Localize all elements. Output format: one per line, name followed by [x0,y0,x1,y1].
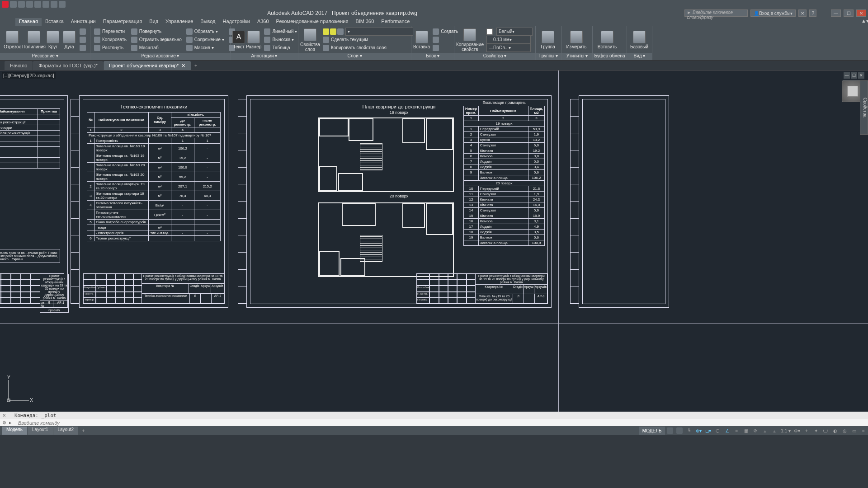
tab-addins[interactable]: Надстройки [219,18,254,26]
paste-button[interactable]: Вставить [594,30,620,49]
clean-icon[interactable]: ▭ [849,427,859,435]
group-button[interactable]: Группа [538,30,558,49]
app-icon[interactable] [2,1,9,8]
tab-insert[interactable]: Вставка [42,18,67,26]
osnap-icon[interactable]: ◻▾ [703,427,712,435]
layout-1[interactable]: Layout1 [28,427,53,435]
save-icon[interactable] [26,1,33,8]
tab-a360[interactable]: A360 [254,18,273,26]
make-current-button[interactable]: Сделать текущим [321,36,415,43]
view-label[interactable]: [–][Сверху][2D-каркас] [2,72,56,79]
tab-view[interactable]: Вид [146,18,162,26]
signin-button[interactable]: 👤 Вход в службы ▾ [750,9,796,17]
tab-output[interactable]: Вывод [197,18,219,26]
tab-annotate[interactable]: Аннотации [67,18,99,26]
tab-project[interactable]: Проект объединения квартир* ✕ [104,61,191,70]
lw-combo[interactable]: — 0.13 мм ▾ [485,36,534,43]
polyline-button[interactable]: Полилиния [24,30,44,49]
tab-home[interactable]: Главная [15,18,42,26]
isolate-icon[interactable]: ◎ [840,427,849,435]
move-button[interactable]: Перенести [92,28,128,35]
draw-mini1[interactable] [78,28,88,35]
layout-model[interactable]: Модель [2,427,27,435]
undo-icon[interactable] [51,1,57,8]
maximize-icon[interactable]: ☐ [844,9,854,17]
plus-icon[interactable]: + [802,427,811,435]
close-icon[interactable]: ✕ [856,9,866,17]
open-icon[interactable] [18,1,25,8]
viewport-min-icon[interactable]: — [844,72,850,79]
plot-icon[interactable] [42,1,49,8]
tab-start[interactable]: Начало [5,61,33,70]
3dosnap-icon[interactable]: ⬡ [713,427,722,435]
otrack-icon[interactable]: ∠ [722,427,731,435]
annoscale-icon[interactable]: ⟁ [760,427,769,435]
scale-button[interactable]: Масштаб [129,44,184,52]
new-icon[interactable] [10,1,17,8]
cmdline-close-icon[interactable]: ✕ [1,413,7,419]
ws-icon[interactable]: ✦ [811,427,821,435]
annot-panel-title[interactable]: Аннотации ▾ [231,53,298,60]
view-panel-title[interactable]: Вид ▾ [627,53,652,60]
text-button[interactable]: AТекст [232,30,245,49]
drawing-area[interactable]: [–][Сверху][2D-каркас] — ☐ ✕ Свойства На… [0,70,868,412]
linear-button[interactable]: Линейный ▾ [262,28,299,35]
search-input[interactable]: ► Введите ключевое слово/фразу [684,9,748,17]
saveas-icon[interactable] [34,1,41,8]
utils-panel-title[interactable]: Утилиты ▾ [562,53,592,60]
groups-panel-title[interactable]: Группы ▾ [536,53,561,60]
tab-gost[interactable]: Форматки по ГОСТ (укр.)* [33,61,103,70]
circle-button[interactable]: Круг [45,30,61,49]
layers-panel-title[interactable]: Слои ▾ [298,53,411,60]
tab-featured[interactable]: Рекомендованные приложения [273,18,352,26]
draw-mini3[interactable] [78,44,88,52]
tab-parametric[interactable]: Параметризация [99,18,146,26]
viewport-close-icon[interactable]: ✕ [858,72,864,79]
tab-manage[interactable]: Управление [162,18,197,26]
annovis-icon[interactable]: ⟁ [770,427,779,435]
props-panel-title[interactable]: Свойства ▾ [454,53,535,60]
viewport-max-icon[interactable]: ☐ [851,72,857,79]
tab-bim360[interactable]: BIM 360 [352,18,377,26]
array-button[interactable]: Массив ▾ [184,44,226,52]
transparency-icon[interactable]: ▦ [741,427,750,435]
matchprop-button[interactable]: Копирование свойств [456,28,484,52]
arc-button[interactable]: Дуга [61,30,77,49]
minimize-icon[interactable]: — [831,9,841,17]
fillet-button[interactable]: Сопряжение ▾ [184,36,226,43]
tab-performance[interactable]: Performance [377,18,413,26]
measure-button[interactable]: Измерить [564,30,589,49]
layout-2[interactable]: Layout2 [53,427,79,435]
ribbon-collapse-icon[interactable]: ▲▾ [861,18,868,25]
draw-mini2[interactable] [78,36,88,43]
model-space-button[interactable]: МОДЕЛЬ [639,427,665,435]
block-panel-title[interactable]: Блок ▾ [411,53,454,60]
gear-icon[interactable]: ⚙▾ [793,427,802,435]
cmdline-options-icon[interactable]: ⚙ [1,420,7,426]
modify-panel-title[interactable]: Редактирование ▾ [90,53,230,60]
mirror-button[interactable]: Отразить зеркально [129,36,184,43]
color-combo[interactable]: Белый ▾ [485,28,534,35]
properties-dock[interactable]: Свойства [860,80,868,135]
ortho-icon[interactable]: ┗ [684,427,693,435]
tab-add-icon[interactable]: + [191,61,200,70]
cycle-icon[interactable]: ⟳ [751,427,760,435]
draw-panel-title[interactable]: Рисование ▾ [0,53,90,60]
lweight-icon[interactable]: ≡ [732,427,741,435]
grid-icon[interactable] [665,427,675,435]
table-button[interactable]: Таблица [262,44,299,52]
scale-combo[interactable]: 1:1 ▾ [779,427,792,435]
layerprops-button[interactable]: Свойства слоя [300,28,320,52]
insert-button[interactable]: Вставка [413,30,430,49]
copy-button[interactable]: Копировать [92,36,128,43]
monitor-icon[interactable]: 🖵 [821,427,830,435]
command-input[interactable] [16,420,868,426]
stretch-button[interactable]: Растянуть [92,44,128,52]
layer-combo[interactable]: ▾ [321,28,415,35]
polar-icon[interactable]: ⊕▾ [694,427,703,435]
tab-close-icon[interactable]: ✕ [181,63,185,69]
dim-button[interactable]: Размер [246,30,261,49]
match-layer-button[interactable]: Копировать свойства слоя [321,44,415,52]
lt-combo[interactable]: — ПоСл... ▾ [485,44,534,52]
hwacc-icon[interactable]: ◐ [830,427,840,435]
